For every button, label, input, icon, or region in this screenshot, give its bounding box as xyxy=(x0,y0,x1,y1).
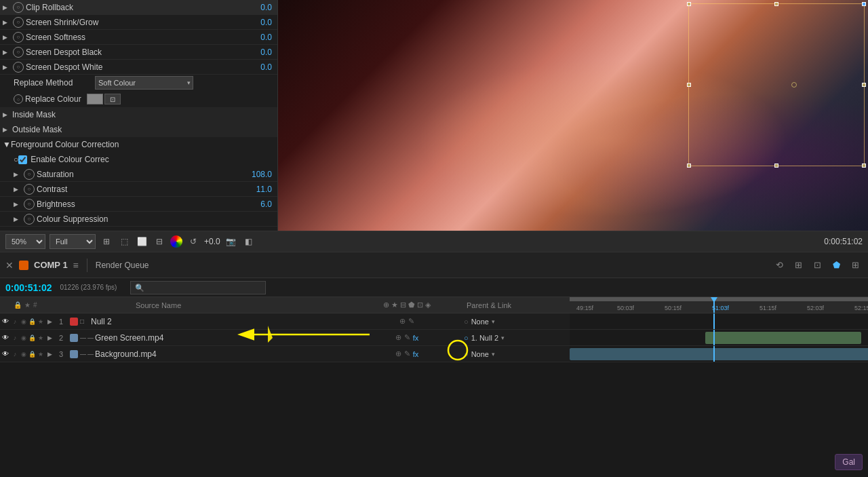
screen-softness-value[interactable]: 0.0 xyxy=(260,33,272,42)
screen-despot-white-cycle[interactable]: ○ xyxy=(13,62,24,73)
transform-handle-br[interactable] xyxy=(862,164,866,168)
frame-blending-icon[interactable]: ⊞ xyxy=(791,258,806,273)
timeline-close-icon[interactable]: ✕ xyxy=(5,260,14,271)
colour-suppression-expand[interactable]: ▶ xyxy=(14,216,22,223)
layer-3-visibility-icon[interactable]: 👁 xyxy=(0,350,11,358)
comp-menu-icon[interactable]: ≡ xyxy=(73,260,79,271)
transform-handle-lm[interactable] xyxy=(687,83,691,87)
layer-1-edit-icon[interactable]: ✎ xyxy=(408,317,414,326)
screen-shrink-cycle[interactable]: ○ xyxy=(13,17,24,28)
layer-2-parent-value[interactable]: 1. Null 2 xyxy=(471,334,498,342)
layer-1-expand-icon[interactable]: ▶ xyxy=(45,318,54,325)
transparency-icon[interactable]: ⬜ xyxy=(135,235,149,248)
ruler-tick-2: 50:03f xyxy=(617,305,634,311)
channel-icon[interactable]: ⊟ xyxy=(153,235,166,248)
clip-rollback-expand[interactable]: ▶ xyxy=(3,4,11,11)
layer-3-link-icon[interactable]: ⊕ xyxy=(395,349,401,358)
brightness-cycle[interactable]: ○ xyxy=(24,199,35,210)
layer-2-expand-icon[interactable]: ▶ xyxy=(45,335,54,341)
layer-3-parent-dropdown-icon[interactable]: ▾ xyxy=(492,351,495,358)
ruler-tick-3: 50:15f xyxy=(665,305,682,311)
quality-select[interactable]: Full Half Quarter xyxy=(50,234,96,249)
colour-suppression-cycle[interactable]: ○ xyxy=(24,214,35,225)
screen-despot-white-expand[interactable]: ▶ xyxy=(3,64,11,71)
transform-handle-bm[interactable] xyxy=(774,164,778,168)
region-of-interest-icon[interactable]: ⬚ xyxy=(117,235,131,248)
screen-despot-black-cycle[interactable]: ○ xyxy=(13,47,24,58)
layer-3-parent-value[interactable]: None xyxy=(471,350,489,358)
contrast-expand[interactable]: ▶ xyxy=(14,186,22,193)
clip-rollback-value[interactable]: 0.0 xyxy=(260,3,272,12)
brightness-value[interactable]: 6.0 xyxy=(260,199,272,209)
track-2-clip[interactable] xyxy=(705,332,861,344)
layer-3-fx-enabled-icon[interactable]: fx xyxy=(413,350,419,358)
timeline-tracks-area xyxy=(570,313,868,362)
layer-2-parent-dropdown-icon[interactable]: ▾ xyxy=(501,335,505,341)
layer-2-parent-area: ○ 1. Null 2 ▾ xyxy=(461,334,570,342)
layer-1-parent-value[interactable]: None xyxy=(471,318,489,326)
transform-handle-bl[interactable] xyxy=(687,164,691,168)
refresh-icon[interactable]: ↺ xyxy=(186,235,200,248)
transform-box[interactable] xyxy=(688,3,865,166)
layer-1-visibility-icon[interactable]: 👁 xyxy=(0,318,11,325)
color-correction-icon[interactable] xyxy=(170,235,182,248)
replace-colour-cycle-icon[interactable]: ○ xyxy=(14,94,23,104)
layer-2-color-box[interactable] xyxy=(70,334,78,342)
fg-correction-cycle-icon[interactable]: ○ xyxy=(14,155,18,164)
transform-handle-tm[interactable] xyxy=(774,2,778,6)
gal-button[interactable]: Gal xyxy=(835,454,863,470)
screen-despot-black-expand[interactable]: ▶ xyxy=(3,49,11,56)
screen-shrink-value[interactable]: 0.0 xyxy=(260,18,272,27)
layer-2-fx-enabled-icon[interactable]: fx xyxy=(413,334,419,342)
screen-despot-black-value[interactable]: 0.0 xyxy=(260,47,272,57)
screen-softness-cycle[interactable]: ○ xyxy=(13,32,24,43)
contrast-cycle[interactable]: ○ xyxy=(24,184,35,195)
replace-colour-swatch[interactable] xyxy=(87,94,103,104)
render-queue-tab[interactable]: Render Queue xyxy=(96,261,149,270)
layer-2-edit-icon[interactable]: ✎ xyxy=(404,333,410,342)
enable-colour-correction-checkbox[interactable] xyxy=(18,155,27,164)
viewer-settings-icon[interactable]: ⊞ xyxy=(100,235,113,248)
solo-switches-icon[interactable]: ⊡ xyxy=(810,258,825,273)
layer-3-expand-icon[interactable]: ▶ xyxy=(45,351,54,358)
work-area-bar[interactable] xyxy=(570,297,868,301)
inside-mask-expand[interactable]: ▶ xyxy=(3,111,12,118)
saturation-cycle[interactable]: ○ xyxy=(24,169,35,180)
contrast-value[interactable]: 11.0 xyxy=(256,185,272,194)
brightness-row: ▶ ○ Brightness 6.0 xyxy=(0,197,277,212)
layer-2-visibility-icon[interactable]: 👁 xyxy=(0,334,11,341)
outside-mask-expand[interactable]: ▶ xyxy=(3,126,12,133)
layer-3-color-box[interactable] xyxy=(70,350,78,358)
layer-2-parent-link-icon[interactable]: ○ xyxy=(464,334,469,342)
columns-icon[interactable]: ⊞ xyxy=(848,258,863,273)
layer-1-link-icon[interactable]: ⊕ xyxy=(399,317,406,326)
replace-method-label: Replace Method xyxy=(14,78,95,88)
fg-correction-expand[interactable]: ▼ xyxy=(3,140,11,149)
layer-1-color-box[interactable] xyxy=(70,318,78,326)
saturation-value[interactable]: 108.0 xyxy=(252,170,272,179)
timeline-timecode-display[interactable]: 0:00:51:02 xyxy=(5,282,52,293)
replace-colour-eyedrop-icon[interactable]: ⊡ xyxy=(104,94,121,104)
exposure-offset[interactable]: +0.0 xyxy=(204,237,220,246)
zoom-select[interactable]: 50% 25% 100% xyxy=(5,234,45,249)
saturation-expand[interactable]: ▶ xyxy=(14,171,22,178)
timeline-search-input[interactable] xyxy=(130,281,266,294)
layer-1-parent-dropdown-icon[interactable]: ▾ xyxy=(492,318,495,325)
transform-handle-rm[interactable] xyxy=(862,83,866,87)
layer-2-number: 2 xyxy=(54,334,68,342)
brightness-expand[interactable]: ▶ xyxy=(14,201,22,208)
screen-shrink-expand[interactable]: ▶ xyxy=(3,19,11,26)
clip-rollback-cycle[interactable]: ○ xyxy=(13,2,24,13)
transform-handle-tr[interactable] xyxy=(862,2,866,6)
track-3-clip[interactable] xyxy=(570,348,868,360)
show-snapshot-icon[interactable]: ◧ xyxy=(242,235,256,248)
screen-despot-white-value[interactable]: 0.0 xyxy=(260,62,272,72)
layer-3-edit-icon[interactable]: ✎ xyxy=(404,349,410,358)
replace-method-select[interactable]: None Soft Colour Hard Colour Wrap Colour xyxy=(95,76,193,90)
graph-editor-icon[interactable]: ⬟ xyxy=(829,258,844,273)
transform-handle-tl[interactable] xyxy=(687,2,691,6)
screen-softness-expand[interactable]: ▶ xyxy=(3,34,11,41)
motion-blur-icon[interactable]: ⟲ xyxy=(772,258,787,273)
layer-2-link-icon[interactable]: ⊕ xyxy=(395,333,401,342)
snapshot-icon[interactable]: 📷 xyxy=(224,235,238,248)
